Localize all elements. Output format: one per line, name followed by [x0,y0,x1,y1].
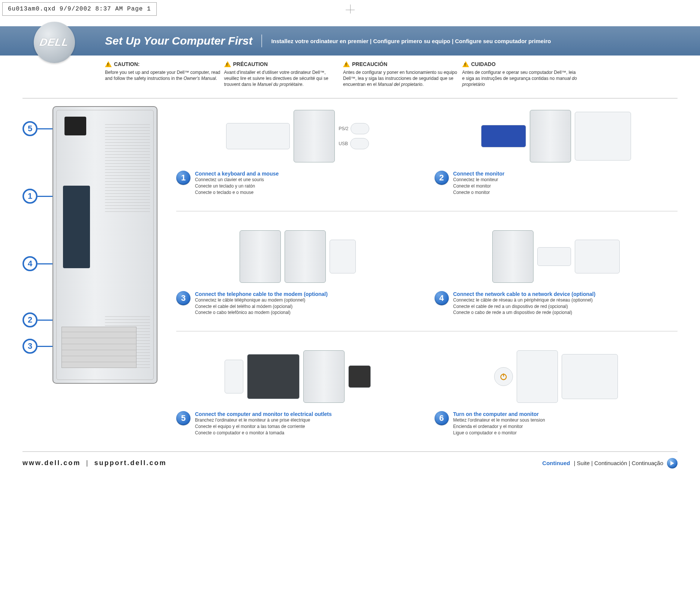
step-3-illustration [176,227,420,287]
row-divider [176,331,678,332]
caution-fr: PRÉCAUTION Avant d'installer et d'utilis… [224,61,340,87]
caution-body-suffix: . [423,82,424,87]
step-line: Conecte un teclado y un ratón [195,183,279,189]
outlet-icon [225,360,243,393]
footer-continued: Continued | Suite | Continuación | Conti… [542,458,678,468]
warning-icon [343,61,350,67]
step-line: Connectez le câble de réseau à un périph… [453,297,596,303]
ps2-label: PS/2 [339,126,348,131]
step-number-badge: 1 [176,171,190,185]
monitor-front-icon [562,354,618,399]
tower-icon [285,230,326,283]
caution-body-italic: Manuel du propriétaire [257,82,302,87]
monitor-icon [575,112,631,161]
warning-icon [462,61,469,67]
step-title: Turn on the computer and monitor [453,411,545,417]
mouse-icon [350,138,369,149]
step-line: Connectez le moniteur [453,177,505,183]
expansion-slots-icon [61,327,136,368]
footer-urls: www.dell.com | support.dell.com [22,459,166,467]
step-line: Conecte o cabo telefônico ao modem (opci… [195,309,328,316]
content-area: 5 1 4 2 3 PS/2 USB [0,106,700,436]
dell-logo-text: DELL [39,36,70,48]
page-subtitle: Installez votre ordinateur en premier | … [271,38,551,44]
tower-icon [303,350,345,403]
dell-logo-badge: DELL [34,22,75,63]
step-4-illustration [435,227,678,287]
step-line: Conecte el cable del teléfno al módem (o… [195,303,328,310]
caution-heading: CAUTION: [114,61,139,68]
steps-grid: PS/2 USB 1 Connect a keyboard and a mous… [176,106,678,436]
keyboard-icon [226,123,290,149]
step-line: Encienda el ordenador y el monitor [453,423,545,430]
step-line: Conecte o monitor [453,189,505,196]
callout-number: 2 [22,312,37,327]
step-6: 6 Turn on the computer and monitor Mette… [435,347,678,436]
divider [22,98,678,99]
step-line: Conecte el monitor [453,183,505,189]
step-line: Connectez un clavier et une souris [195,177,279,183]
usb-label: USB [339,141,348,146]
caution-heading: PRECAUCIÓN [352,61,387,68]
callout-number: 3 [22,339,37,354]
step-line: Conecte el cable de red a un dispositivo… [453,303,596,310]
step-number-badge: 5 [176,411,190,425]
caution-es: PRECAUCIÓN Antes de configurar y poner e… [343,61,459,87]
caution-body-italic: Manual del propietario [378,82,423,87]
caution-body-suffix: . [302,82,303,87]
step-4: 4 Connect the network cable to a network… [435,227,678,316]
phone-icon [330,240,356,273]
step-title: Connect the telephone cable to the modem… [195,291,328,297]
power-brick-icon [348,365,371,388]
arrow-right-icon [667,458,678,468]
step-number-badge: 2 [435,171,449,185]
computer-tower-illustration [52,106,157,384]
footer-separator: | [86,459,89,467]
step-line: Conecte o cabo de rede a um dispositivo … [453,309,596,316]
video-adapter-icon [481,125,526,147]
crop-mark-icon [346,10,355,10]
network-device-icon [537,247,571,266]
monitor-back-icon [247,354,300,399]
step-2: 2 Connect the monitor Connectez le monit… [435,106,678,195]
page-title: Set Up Your Computer First [105,35,262,47]
warning-icon [224,61,231,67]
io-plate-icon [63,186,90,268]
step-3: 3 Connect the telephone cable to the mod… [176,227,420,316]
tower-icon [294,110,335,162]
footer-url-2: support.dell.com [94,459,166,467]
power-icon [499,372,508,381]
crop-mark-icon [350,5,351,14]
setup-poster-page: 6u013am0.qxd 9/9/2002 8:37 AM Page 1 Set… [0,0,700,483]
tower-front-icon [517,350,558,403]
step-line: Conecte o teclado e o mouse [195,189,279,196]
step-1-illustration: PS/2 USB [176,106,420,166]
step-title: Connect the network cable to a network d… [453,291,596,297]
tower-icon [530,110,571,162]
caution-body-italic: Owner's Manual [183,76,216,81]
step-title: Connect a keyboard and a mouse [195,171,279,177]
tower-column: 5 1 4 2 3 [22,106,165,436]
step-1: PS/2 USB 1 Connect a keyboard and a mous… [176,106,420,195]
power-button-icon [494,367,513,386]
caution-heading: CUIDADO [471,61,496,68]
step-line: Ligue o computador e o monitor [453,430,545,436]
caution-heading: PRÉCAUTION [233,61,268,68]
step-number-badge: 4 [435,291,449,305]
step-5-illustration [176,347,420,407]
page-footer: www.dell.com | support.dell.com Continue… [0,452,700,468]
caution-en: CAUTION: Before you set up and operate y… [105,61,220,87]
network-diagram-icon [575,240,620,273]
mouse-icon [351,123,369,134]
step-line: Conecte el equipo y el monitor a las tom… [195,423,332,430]
tower-icon [492,230,534,283]
psu-port-icon [64,117,86,135]
footer-url-1: www.dell.com [22,459,81,467]
step-line: Connectez le câble téléphonique au modem… [195,297,328,303]
caution-row: CAUTION: Before you set up and operate y… [105,61,577,87]
callout-number: 4 [22,256,37,271]
step-title: Connect the monitor [453,171,505,177]
row-divider [176,211,678,212]
callout-number: 5 [22,121,37,136]
vent-icon [105,122,150,212]
